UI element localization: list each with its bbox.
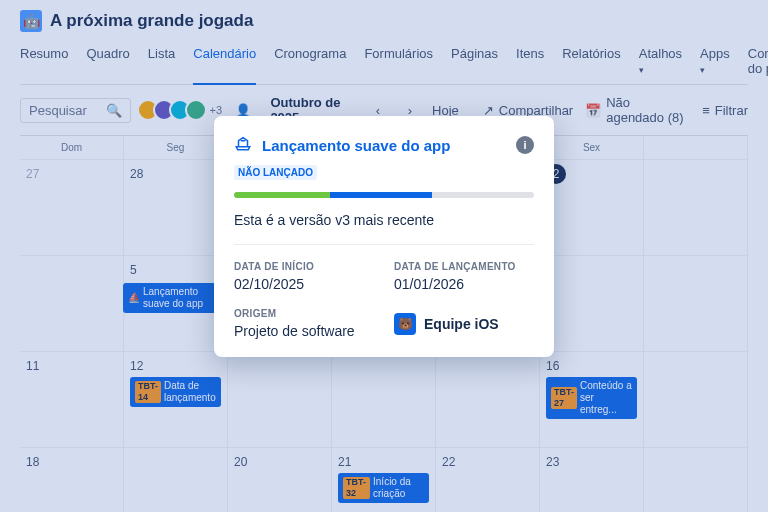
ship-icon: ⛵ [128,292,140,304]
tab-cronograma[interactable]: Cronograma [274,40,346,84]
calendar-cell[interactable]: 5⛵Lançamento suave do app [124,255,228,351]
ship-icon [234,134,252,156]
search-icon: 🔍 [106,103,122,118]
release-date-value: 01/01/2026 [394,276,534,292]
project-title: A próxima grande jogada [50,11,253,31]
status-badge: NÃO LANÇADO [234,165,317,180]
calendar-cell[interactable] [20,255,124,351]
event-tbt32[interactable]: TBT-32Início da criação [338,473,429,503]
calendar-cell[interactable] [644,351,748,447]
calendar-cell[interactable]: 11 [20,351,124,447]
tab-lista[interactable]: Lista [148,40,175,84]
calendar-cell[interactable]: 27 [20,159,124,255]
calendar-cell[interactable]: 21TBT-32Início da criação [332,447,436,512]
tab-páginas[interactable]: Páginas [451,40,498,84]
day-header [644,136,748,159]
origin-value: Projeto de software [234,323,374,339]
search-input[interactable]: Pesquisar 🔍 [20,98,131,123]
calendar-cell[interactable]: 22 [436,447,540,512]
tab-atalhos[interactable]: Atalhos ▾ [639,40,682,84]
tab-calendário[interactable]: Calendário [193,40,256,85]
origin-label: ORIGEM [234,308,374,319]
start-date-label: DATA DE INÍCIO [234,261,374,272]
tab-formulários[interactable]: Formulários [364,40,433,84]
calendar-cell[interactable]: 2 [540,159,644,255]
assignee-avatars[interactable]: +3 [143,99,222,121]
tab-resumo[interactable]: Resumo [20,40,68,84]
view-tabs: ResumoQuadroListaCalendárioCronogramaFor… [20,40,748,85]
event-tbt14[interactable]: TBT-14Data de lançamento [130,377,221,407]
team-link[interactable]: 🐻 Equipe iOS [394,308,534,339]
filter-button[interactable]: ≡Filtrar [702,103,748,118]
calendar-cell[interactable] [644,255,748,351]
calendar-cell[interactable]: 9 [540,255,644,351]
day-header: Dom [20,136,124,159]
tab-apps[interactable]: Apps ▾ [700,40,730,84]
tab-configurações-do-projeto[interactable]: Configurações do projeto [748,40,768,84]
calendar-cell[interactable]: 12TBT-14Data de lançamento [124,351,228,447]
calendar-cell[interactable] [228,351,332,447]
project-icon: 🤖 [20,10,42,32]
event-tbt27[interactable]: TBT-27Conteúdo a ser entreg... [546,377,637,419]
calendar-cell[interactable]: 20 [228,447,332,512]
progress-bar [234,192,534,198]
calendar-cell[interactable] [124,447,228,512]
day-header: Seg [124,136,228,159]
popover-title[interactable]: Lançamento suave do app [262,137,506,154]
calendar-cell[interactable]: 18 [20,447,124,512]
tab-relatórios[interactable]: Relatórios [562,40,621,84]
calendar-cell[interactable] [644,447,748,512]
calendar-cell[interactable]: 23 [540,447,644,512]
calendar-cell[interactable]: 28 [124,159,228,255]
team-icon: 🐻 [394,313,416,335]
info-icon[interactable]: i [516,136,534,154]
popover-description: Esta é a versão v3 mais recente [234,212,534,228]
event-launch[interactable]: ⛵Lançamento suave do app [123,283,223,313]
calendar-icon: 📅 [585,103,601,118]
day-header: Sex [540,136,644,159]
calendar-cell[interactable]: 16TBT-27Conteúdo a ser entreg... [540,351,644,447]
filter-icon: ≡ [702,103,710,118]
release-date-label: DATA DE LANÇAMENTO [394,261,534,272]
calendar-cell[interactable] [644,159,748,255]
tab-quadro[interactable]: Quadro [86,40,129,84]
calendar-cell[interactable] [436,351,540,447]
team-name: Equipe iOS [424,316,499,332]
calendar-cell[interactable] [332,351,436,447]
start-date-value: 02/10/2025 [234,276,374,292]
tab-itens[interactable]: Itens [516,40,544,84]
unscheduled-button[interactable]: 📅Não agendado (8) [585,95,690,125]
release-popover: Lançamento suave do app i NÃO LANÇADO Es… [214,116,554,357]
